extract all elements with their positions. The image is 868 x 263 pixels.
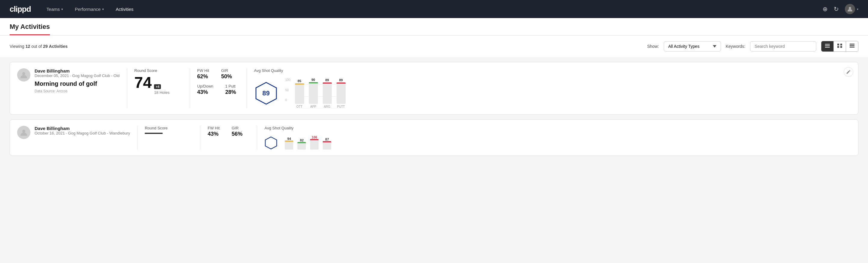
teams-chevron-icon: ▾ [61,7,63,11]
data-source: Data Source: Arccos [35,89,120,93]
nav-performance[interactable]: Performance ▾ [74,4,105,14]
keyword-input[interactable] [750,41,816,52]
activity-meta: October 16, 2021 · Gog Magog Golf Club -… [35,131,130,136]
round-score-label: Round Score [145,126,193,130]
activity-title: Morning round of golf [35,80,120,87]
avg-sq-label: Avg Shot Quality [254,68,346,73]
bar2-putt: 87 [323,138,331,150]
activity-card-1: Dave Billingham December 05, 2021 · Gog … [10,62,858,115]
svg-rect-3 [825,47,830,48]
nav-teams[interactable]: Teams ▾ [45,4,64,14]
edit-icon [846,70,850,74]
updown-stat: Up/Down 43% [197,84,213,95]
y-axis-100: 100 [285,78,294,82]
performance-chevron-icon: ▾ [102,7,104,11]
refresh-icon[interactable]: ↻ [834,5,839,12]
bar-ott-value: 85 [298,79,301,83]
gir-label: GIR [221,68,232,73]
fw-hit-stat: FW Hit 62% [197,68,209,80]
fw-hit-label: FW Hit [208,126,220,130]
bar2-arg-value: 106 [312,136,317,139]
gir-stat: GIR 56% [231,126,242,137]
holes-label: 18 Holes [154,90,169,95]
svg-rect-10 [850,47,855,48]
svg-rect-6 [837,46,839,48]
gir-stat: GIR 50% [221,68,232,80]
list-condensed-button[interactable] [822,41,834,52]
page-title-bar: My Activities [0,18,868,35]
player-name: Dave Billingham [35,126,130,131]
bar-putt: 89 PUTT [337,78,346,108]
grid-icon [837,43,842,48]
nav-activities[interactable]: Activities [115,4,135,14]
show-label: Show: [647,44,659,49]
round-score-section: Round Score 74 +4 18 Holes [134,68,183,95]
fw-hit-stat: FW Hit 43% [208,126,220,137]
score-badge: +4 [154,84,161,89]
avatar [17,68,30,82]
list-detailed-button[interactable] [846,41,858,52]
svg-point-0 [849,7,851,9]
svg-rect-9 [850,45,855,46]
page-title: My Activities [10,23,50,35]
divider [190,68,190,108]
bar2-putt-value: 87 [325,138,329,141]
stats-row-1: FW Hit 43% GIR 56% [208,126,250,137]
bar-app: 90 APP [309,78,318,108]
grid-view-button[interactable] [834,41,846,52]
avg-sq-label: Avg Shot Quality [265,126,331,130]
stats-section: FW Hit 43% GIR 56% [208,126,250,137]
svg-rect-2 [825,46,830,46]
header-actions: ⊕ ↻ ▾ [823,4,858,14]
avatar-chevron-icon: ▾ [857,7,858,11]
bar2-ott: 94 [285,137,293,150]
bar-arg: 89 ARG [323,78,332,108]
shot-quality-section: Avg Shot Quality 94 [265,126,851,150]
bar2-ott-value: 94 [287,137,291,141]
round-score-value: 74 [134,75,152,90]
avatar [17,126,30,139]
bar-app-value: 90 [311,78,315,82]
score-row: 74 +4 18 Holes [134,75,183,95]
bar-ott: 85 OTT [295,79,304,108]
view-toggle [821,41,858,52]
gir-value: 50% [221,74,232,80]
fw-hit-label: FW Hit [197,68,209,73]
list-condensed-icon [825,43,830,48]
fw-hit-value: 43% [208,131,220,137]
svg-rect-4 [837,43,839,46]
stats-section: FW Hit 62% GIR 50% Up/Down 43% 1 Putt 28… [197,68,239,95]
bar2-app: 82 [298,139,306,150]
gir-value: 56% [231,131,242,137]
hex-shape-2 [265,136,278,150]
add-icon[interactable]: ⊕ [823,5,828,12]
activities-list: Dave Billingham December 05, 2021 · Gog … [0,57,868,166]
updown-label: Up/Down [197,84,213,88]
bar2-arg: 106 [310,136,318,150]
hex-score: 89 [262,89,270,97]
updown-value: 43% [197,89,213,95]
edit-button[interactable] [844,67,853,77]
round-score-section: Round Score [145,126,193,134]
keywords-label: Keywords: [726,44,745,49]
card-info: Dave Billingham October 16, 2021 · Gog M… [35,126,130,138]
fw-hit-value: 62% [197,74,209,80]
bar-putt-value: 89 [339,78,343,82]
shot-quality-section: Avg Shot Quality 89 100 50 [254,68,851,108]
bar2-app-value: 82 [300,139,304,142]
bar-arg-value: 89 [325,78,329,82]
card-left-section: Dave Billingham December 05, 2021 · Gog … [17,68,120,93]
activity-meta: December 05, 2021 · Gog Magog Golf Club … [35,74,120,78]
avatar [845,4,855,14]
divider [247,68,247,108]
hex-badge: 89 [254,81,278,105]
oneputt-label: 1 Putt [225,84,236,88]
divider [257,126,257,150]
user-menu[interactable]: ▾ [845,4,858,14]
app-logo[interactable]: clippd [10,4,31,14]
stats-row-2: Up/Down 43% 1 Putt 28% [197,84,239,95]
svg-rect-7 [840,46,842,48]
oneputt-stat: 1 Putt 28% [225,84,236,95]
activity-type-select[interactable]: All Activity Types [664,41,721,52]
gir-label: GIR [231,126,242,130]
